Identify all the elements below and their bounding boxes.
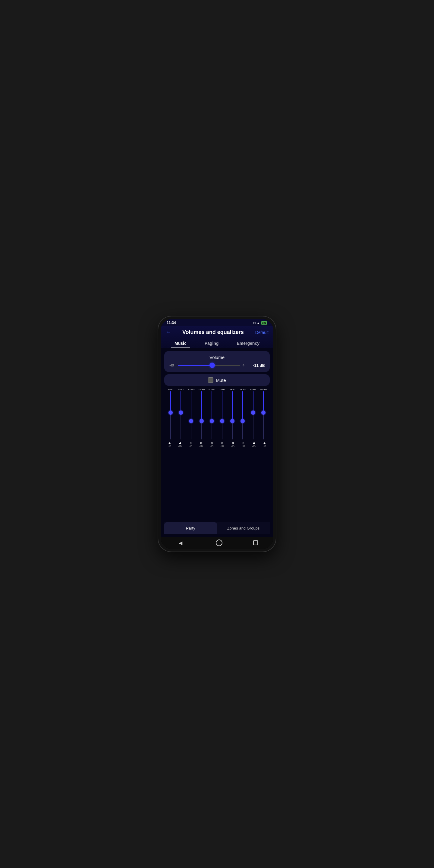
freq-label-8khz: 8KHz [248,388,258,391]
bottom-tab-party[interactable]: Party [164,522,217,534]
volume-card: Volume -40 4 -11 dB [164,351,270,372]
nav-home-button[interactable] [216,539,222,546]
tab-music[interactable]: Music [171,338,190,348]
volume-track [178,365,240,366]
eq-band-60hz[interactable] [177,391,185,439]
nav-recents-button[interactable] [253,540,258,545]
mute-card[interactable]: Mute [164,374,270,386]
volume-max-label: 4 [243,364,247,367]
bottom-tab-zones[interactable]: Zones and Groups [217,522,270,534]
freq-label-30hz: 30Hz [166,388,176,391]
freq-label-4khz: 4KHz [238,388,247,391]
nav-bar: ◀ [161,537,273,549]
eq-band-250hz[interactable] [197,391,206,439]
equalizer-section: 30Hz 60Hz 125Hz 250Hz 500Hz [164,388,270,520]
default-button[interactable]: Default [255,330,269,335]
eq-band-8khz[interactable] [249,391,257,439]
volume-slider-row: -40 4 -11 dB [169,362,265,368]
tab-bar: Music Paging Emergency [165,338,269,348]
status-icons: ⊡ ▲ 100 [253,321,267,324]
eq-band-500hz[interactable] [208,391,216,439]
eq-val-250hz: 0 dB [196,441,206,448]
freq-label-16khz: 16KHz [258,388,268,391]
eq-val-60hz: 4 dB [176,441,185,448]
eq-val-125hz: 0 dB [186,441,195,448]
bottom-tabs: Party Zones and Groups [164,522,270,534]
freq-label-500hz: 500Hz [207,388,217,391]
battery-icon: 100 [261,321,267,324]
volume-title: Volume [169,355,265,360]
eq-val-2khz: 0 dB [228,441,238,448]
mute-label: Mute [216,378,226,383]
page-title: Volumes and equalizers [171,329,255,336]
volume-db-value: -11 dB [250,363,265,368]
status-bar: 11:34 ⊡ ▲ 100 [161,319,273,326]
freq-label-2khz: 2KHz [227,388,237,391]
eq-val-500hz: 0 dB [207,441,217,448]
sim-icon: ⊡ [253,321,255,324]
eq-val-1khz: 0 dB [218,441,227,448]
phone-screen: 11:34 ⊡ ▲ 100 ← Volumes and equalizers D… [161,319,273,549]
status-time: 11:34 [167,321,176,325]
freq-label-250hz: 250Hz [197,388,207,391]
eq-band-2khz[interactable] [228,391,237,439]
nav-back-button[interactable]: ◀ [176,540,185,546]
eq-val-4khz: 0 dB [239,441,248,448]
wifi-icon: ▲ [257,321,260,324]
eq-val-8khz: 4 dB [249,441,259,448]
eq-band-16khz[interactable] [259,391,268,439]
eq-values: 4 dB 4 dB 0 dB 0 dB [164,441,270,448]
eq-sliders [164,391,270,439]
mute-checkbox[interactable] [208,377,213,383]
volume-thumb[interactable] [210,363,215,368]
screen-content: ← Volumes and equalizers Default Music P… [161,326,273,537]
main-content: Volume -40 4 -11 dB [161,348,273,537]
volume-slider[interactable] [178,362,240,368]
eq-band-1khz[interactable] [218,391,226,439]
header-row: ← Volumes and equalizers Default [165,329,269,336]
back-button[interactable]: ← [165,329,171,336]
freq-label-60hz: 60Hz [176,388,186,391]
eq-band-30hz[interactable] [166,391,175,439]
eq-val-30hz: 4 dB [165,441,175,448]
header: ← Volumes and equalizers Default Music P… [161,326,273,348]
phone-frame: 11:34 ⊡ ▲ 100 ← Volumes and equalizers D… [158,316,276,552]
eq-band-4khz[interactable] [239,391,247,439]
tab-paging[interactable]: Paging [201,338,222,348]
eq-band-125hz[interactable] [187,391,195,439]
freq-label-125hz: 125Hz [186,388,196,391]
volume-min-label: -40 [169,364,176,367]
volume-fill [178,365,212,366]
freq-label-1khz: 1KHz [217,388,227,391]
tab-emergency[interactable]: Emergency [233,338,263,348]
eq-val-16khz: 4 dB [260,441,270,448]
